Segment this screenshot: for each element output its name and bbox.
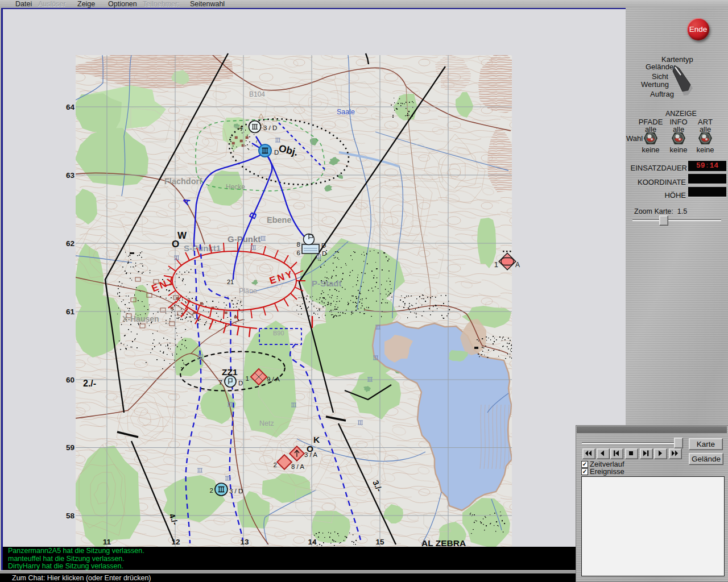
svg-text:D: D [238, 380, 243, 386]
svg-text:S-Punkt1: S-Punkt1 [184, 243, 221, 253]
svg-text:14: 14 [308, 538, 317, 546]
svg-text:8 / A: 8 / A [291, 463, 304, 470]
svg-text:Ebene: Ebene [267, 215, 292, 225]
svg-text:61: 61 [66, 307, 75, 316]
svg-text:2: 2 [274, 462, 277, 468]
svg-text:21: 21 [227, 278, 234, 285]
svg-text:D: D [322, 250, 326, 257]
svg-text:3 / D: 3 / D [229, 488, 243, 494]
svg-text:Hecke: Hecke [226, 183, 245, 191]
svg-text:B90: B90 [273, 330, 284, 336]
svg-text:4: 4 [239, 124, 243, 131]
svg-text:6: 6 [297, 250, 300, 256]
svg-text:2: 2 [210, 487, 213, 494]
svg-text:58: 58 [66, 512, 75, 520]
svg-text:8: 8 [297, 241, 300, 248]
svg-text:AL ZEBRA: AL ZEBRA [421, 538, 466, 547]
svg-text:B104: B104 [249, 90, 265, 98]
svg-text:59: 59 [66, 443, 75, 452]
svg-text:P-Stadt: P-Stadt [312, 278, 342, 288]
svg-text:3 / D: 3 / D [263, 124, 277, 131]
svg-text:62: 62 [66, 239, 75, 248]
svg-text:7: 7 [219, 379, 222, 386]
svg-text:K: K [313, 435, 320, 444]
svg-text:D: D [321, 242, 326, 249]
svg-text:15: 15 [375, 538, 384, 546]
svg-text:63: 63 [66, 171, 75, 180]
svg-text:Saale: Saale [337, 108, 355, 116]
svg-text:Netz: Netz [259, 419, 274, 427]
svg-text:11: 11 [103, 538, 111, 546]
svg-text:A: A [515, 261, 520, 269]
svg-text:O: O [307, 444, 313, 454]
svg-text:13: 13 [240, 538, 249, 546]
svg-text:64: 64 [66, 103, 75, 111]
svg-text:O: O [172, 239, 179, 250]
svg-text:2./-: 2./- [83, 379, 96, 388]
svg-text:ZZ1: ZZ1 [222, 367, 238, 377]
svg-text:X-Hausen: X-Hausen [122, 314, 159, 323]
svg-text:Pläne: Pläne [239, 287, 257, 295]
svg-text:60: 60 [66, 376, 75, 384]
svg-text:1: 1 [246, 375, 249, 382]
svg-text:9 / A: 9 / A [267, 376, 280, 383]
svg-text:1: 1 [494, 260, 498, 269]
svg-text:Flachdorf: Flachdorf [164, 177, 202, 186]
